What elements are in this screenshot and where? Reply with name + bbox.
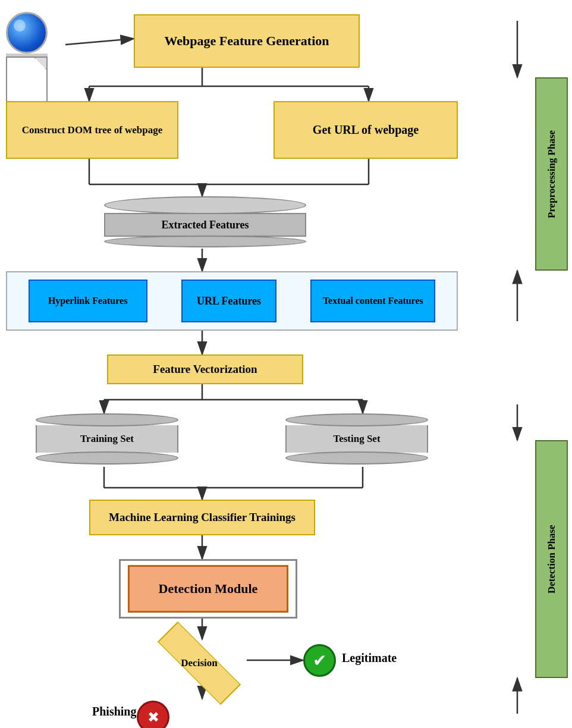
url-features-box: URL Features (181, 280, 276, 322)
page-icon (6, 57, 48, 104)
training-set-cylinder: Training Set (36, 413, 178, 467)
hyperlink-features-box: Hyperlink Features (29, 280, 147, 322)
diagram-container: Webpages Webpage Feature Generation Cons… (0, 0, 572, 728)
svg-line-2 (65, 39, 134, 45)
get-url-box: Get URL of webpage (274, 101, 458, 159)
legitimate-check-icon: ✔ (303, 644, 336, 677)
globe-icon (6, 12, 48, 54)
ml-classifier-box: Machine Learning Classifier Trainings (89, 500, 315, 535)
decision-diamond: Decision (158, 639, 241, 687)
textual-features-box: Textual content Features (310, 280, 435, 322)
testing-set-cylinder: Testing Set (285, 413, 428, 467)
webpage-feature-gen-box: Webpage Feature Generation (134, 14, 360, 68)
phishing-label: Phishing (92, 705, 136, 718)
legitimate-label: Legitimate (342, 651, 397, 665)
detection-module-outer: Detection Module (119, 559, 297, 619)
feature-vectorization-box: Feature Vectorization (107, 354, 303, 384)
extracted-features-cylinder: Extracted Features (104, 196, 306, 249)
features-container: Hyperlink Features URL Features Textual … (6, 271, 458, 331)
detection-phase-label: Detection Phase (535, 440, 568, 678)
phishing-x-icon: ✖ (137, 701, 169, 728)
detection-module-box: Detection Module (128, 565, 288, 613)
construct-dom-box: Construct DOM tree of webpage (6, 101, 178, 159)
preprocessing-phase-label: Preprocessing Phase (535, 77, 568, 271)
